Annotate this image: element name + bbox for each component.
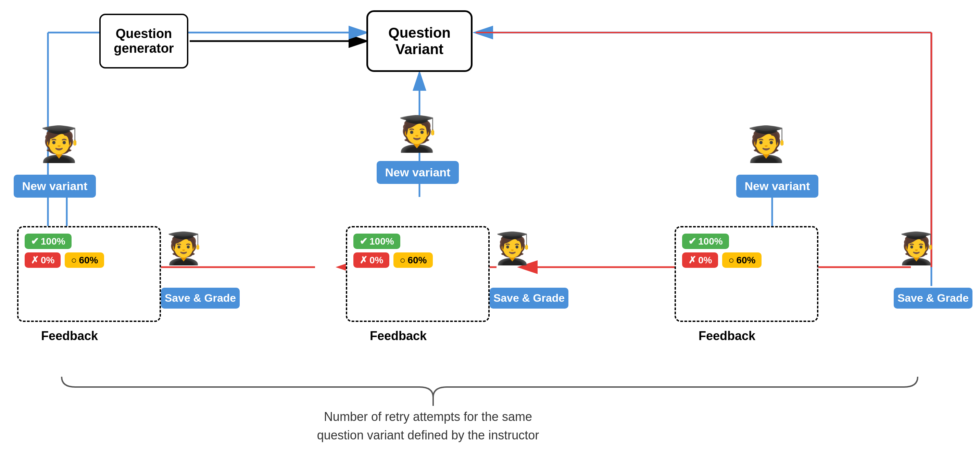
feedback-box-left: ✔ 100% ✗ 0% ○ 60%	[17, 226, 161, 322]
question-variant-label: Question Variant	[388, 25, 450, 57]
feedback-row-center: ✗ 0% ○ 60%	[353, 252, 433, 268]
student-sg-center: 🧑‍🎓	[493, 233, 531, 264]
question-generator-box: Question generator	[99, 14, 188, 69]
badge-partial-center: ○ 60%	[393, 252, 433, 268]
feedback-label-center: Feedback	[370, 329, 426, 343]
question-generator-label: Question generator	[114, 26, 173, 56]
badge-correct-left: ✔ 100%	[25, 234, 72, 249]
diagram-container: { "qgen": { "label": "Question\ngenerato…	[0, 0, 980, 461]
retry-annotation: Number of retry attempts for the same qu…	[240, 408, 616, 445]
feedback-inner-right: ✔ 100% ✗ 0% ○ 60%	[682, 234, 811, 268]
save-grade-button-right[interactable]: Save & Grade	[894, 288, 972, 309]
badge-partial-left: ○ 60%	[65, 252, 104, 268]
student-left-top: 🧑‍🎓	[38, 127, 81, 161]
student-center-top: 🧑‍🎓	[396, 116, 438, 151]
badge-partial-right: ○ 60%	[722, 252, 762, 268]
badge-correct-right: ✔ 100%	[682, 234, 729, 249]
new-variant-button-center[interactable]: New variant	[377, 161, 459, 184]
feedback-label-left: Feedback	[41, 329, 98, 343]
new-variant-button-left[interactable]: New variant	[14, 175, 96, 198]
feedback-row-right: ✗ 0% ○ 60%	[682, 252, 762, 268]
feedback-inner-center: ✔ 100% ✗ 0% ○ 60%	[353, 234, 482, 268]
badge-wrong-center: ✗ 0%	[353, 252, 389, 268]
student-right-top: 🧑‍🎓	[745, 127, 788, 161]
save-grade-button-center[interactable]: Save & Grade	[490, 288, 568, 309]
badge-wrong-left: ✗ 0%	[25, 252, 60, 268]
new-variant-button-right[interactable]: New variant	[736, 175, 818, 198]
question-variant-box: Question Variant	[366, 10, 473, 72]
student-sg-left: 🧑‍🎓	[164, 233, 203, 264]
feedback-row-left: ✗ 0% ○ 60%	[25, 252, 104, 268]
badge-correct-center: ✔ 100%	[353, 234, 400, 249]
feedback-box-right: ✔ 100% ✗ 0% ○ 60%	[675, 226, 818, 322]
feedback-box-center: ✔ 100% ✗ 0% ○ 60%	[346, 226, 490, 322]
feedback-inner-left: ✔ 100% ✗ 0% ○ 60%	[25, 234, 153, 268]
student-sg-right: 🧑‍🎓	[897, 233, 935, 264]
feedback-label-right: Feedback	[698, 329, 756, 343]
save-grade-button-left[interactable]: Save & Grade	[161, 288, 240, 309]
badge-wrong-right: ✗ 0%	[682, 252, 718, 268]
